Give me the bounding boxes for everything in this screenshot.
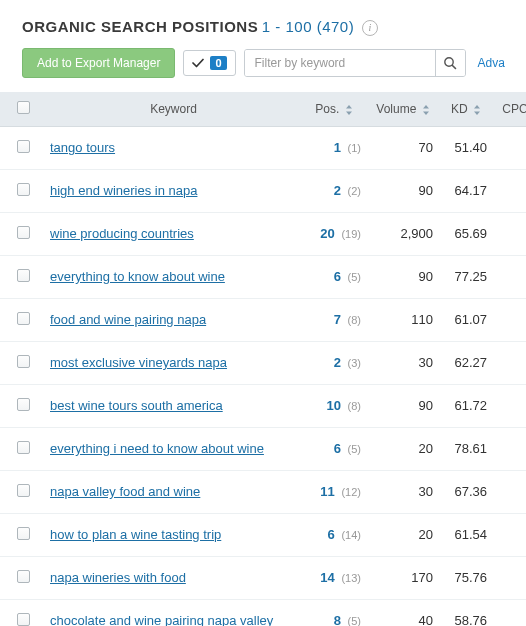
kd-value: 78.61 <box>439 427 493 470</box>
row-checkbox[interactable] <box>17 355 30 368</box>
volume-value: 90 <box>367 169 439 212</box>
keyword-link[interactable]: how to plan a wine tasting trip <box>50 527 221 542</box>
cpc-value <box>493 255 526 298</box>
keyword-link[interactable]: napa wineries with food <box>50 570 186 585</box>
col-header-volume-label: Volume <box>376 102 416 116</box>
volume-value: 170 <box>367 556 439 599</box>
info-icon[interactable]: i <box>362 20 378 36</box>
col-header-cpc[interactable]: CPC <box>493 92 526 127</box>
position-prev: (14) <box>341 529 361 541</box>
table-row: most exclusive vineyards napa2 (3)3062.2… <box>0 341 526 384</box>
kd-value: 64.17 <box>439 169 493 212</box>
volume-value: 110 <box>367 298 439 341</box>
table-row: wine producing countries20 (19)2,90065.6… <box>0 212 526 255</box>
position-prev: (8) <box>348 400 361 412</box>
add-to-export-button[interactable]: Add to Export Manager <box>22 48 175 78</box>
keyword-link[interactable]: food and wine pairing napa <box>50 312 206 327</box>
keyword-link[interactable]: tango tours <box>50 140 115 155</box>
position-prev: (3) <box>348 357 361 369</box>
position-prev: (12) <box>341 486 361 498</box>
row-checkbox[interactable] <box>17 398 30 411</box>
selection-count-toggle[interactable]: 0 <box>183 50 235 76</box>
cpc-value <box>493 513 526 556</box>
cpc-value <box>493 427 526 470</box>
volume-value: 20 <box>367 427 439 470</box>
col-header-checkbox[interactable] <box>0 92 46 127</box>
keyword-link[interactable]: best wine tours south america <box>50 398 223 413</box>
volume-value: 2,900 <box>367 212 439 255</box>
position-prev: (2) <box>348 185 361 197</box>
keyword-link[interactable]: wine producing countries <box>50 226 194 241</box>
position-value: 11 <box>320 484 334 499</box>
cpc-value <box>493 470 526 513</box>
position-value: 2 <box>334 355 341 370</box>
col-header-keyword[interactable]: Keyword <box>46 92 301 127</box>
kd-value: 67.36 <box>439 470 493 513</box>
row-checkbox[interactable] <box>17 527 30 540</box>
result-range: 1 - 100 (470) <box>262 18 354 35</box>
kd-value: 58.76 <box>439 599 493 626</box>
row-checkbox[interactable] <box>17 441 30 454</box>
table-row: napa valley food and wine11 (12)3067.36 <box>0 470 526 513</box>
position-prev: (13) <box>341 572 361 584</box>
search-button[interactable] <box>435 50 465 76</box>
col-header-keyword-label: Keyword <box>150 102 197 116</box>
row-checkbox[interactable] <box>17 140 30 153</box>
col-header-pos[interactable]: Pos. <box>301 92 367 127</box>
position-prev: (5) <box>348 443 361 455</box>
volume-value: 20 <box>367 513 439 556</box>
position-prev: (8) <box>348 314 361 326</box>
kd-value: 61.72 <box>439 384 493 427</box>
position-value: 2 <box>334 183 341 198</box>
cpc-value <box>493 169 526 212</box>
position-value: 7 <box>334 312 341 327</box>
row-checkbox[interactable] <box>17 484 30 497</box>
position-value: 6 <box>328 527 335 542</box>
table-row: chocolate and wine pairing napa valley8 … <box>0 599 526 626</box>
position-prev: (19) <box>341 228 361 240</box>
row-checkbox[interactable] <box>17 312 30 325</box>
table-row: best wine tours south america10 (8)9061.… <box>0 384 526 427</box>
row-checkbox[interactable] <box>17 570 30 583</box>
kd-value: 65.69 <box>439 212 493 255</box>
row-checkbox[interactable] <box>17 269 30 282</box>
volume-value: 90 <box>367 255 439 298</box>
cpc-value <box>493 298 526 341</box>
table-row: everything i need to know about wine6 (5… <box>0 427 526 470</box>
col-header-kd[interactable]: KD <box>439 92 493 127</box>
filter-keyword-input[interactable] <box>245 50 435 76</box>
keyword-link[interactable]: everything i need to know about wine <box>50 441 264 456</box>
kd-value: 62.27 <box>439 341 493 384</box>
position-prev: (5) <box>348 615 361 626</box>
position-value: 8 <box>334 613 341 626</box>
cpc-value <box>493 341 526 384</box>
kd-value: 61.07 <box>439 298 493 341</box>
row-checkbox[interactable] <box>17 183 30 196</box>
advanced-filters-link[interactable]: Adva <box>478 56 505 70</box>
row-checkbox[interactable] <box>17 613 30 626</box>
keyword-link[interactable]: high end wineries in napa <box>50 183 197 198</box>
sort-icon <box>345 102 353 116</box>
volume-value: 40 <box>367 599 439 626</box>
table-row: tango tours1 (1)7051.40 <box>0 126 526 169</box>
kd-value: 77.25 <box>439 255 493 298</box>
table-row: how to plan a wine tasting trip6 (14)206… <box>0 513 526 556</box>
keyword-link[interactable]: napa valley food and wine <box>50 484 200 499</box>
cpc-value <box>493 556 526 599</box>
position-value: 14 <box>320 570 334 585</box>
cpc-value <box>493 126 526 169</box>
keyword-link[interactable]: everything to know about wine <box>50 269 225 284</box>
cpc-value <box>493 384 526 427</box>
position-value: 1 <box>334 140 341 155</box>
keyword-table: Keyword Pos. Volume KD CPC <box>0 92 526 627</box>
sort-icon <box>422 102 430 116</box>
col-header-kd-label: KD <box>451 102 468 116</box>
cpc-value <box>493 212 526 255</box>
keyword-link[interactable]: chocolate and wine pairing napa valley <box>50 613 273 626</box>
col-header-volume[interactable]: Volume <box>367 92 439 127</box>
table-row: high end wineries in napa2 (2)9064.17 <box>0 169 526 212</box>
cpc-value <box>493 599 526 626</box>
section-title: ORGANIC SEARCH POSITIONS <box>22 18 258 35</box>
keyword-link[interactable]: most exclusive vineyards napa <box>50 355 227 370</box>
row-checkbox[interactable] <box>17 226 30 239</box>
